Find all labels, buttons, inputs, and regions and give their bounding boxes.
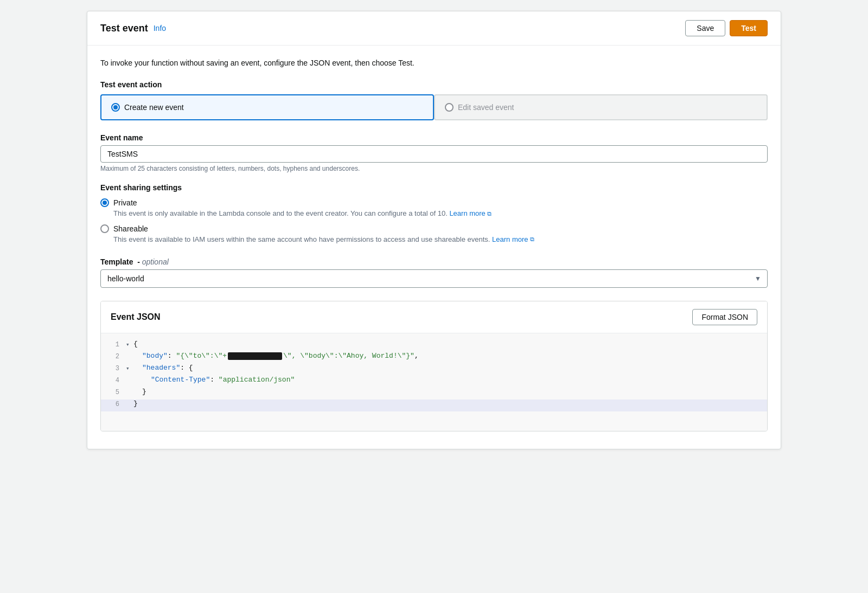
json-header: Event JSON Format JSON — [101, 301, 767, 333]
event-name-hint: Maximum of 25 characters consisting of l… — [100, 165, 768, 172]
shareable-option-label: Shareable — [113, 224, 148, 233]
private-radio[interactable] — [100, 198, 109, 207]
private-option-label: Private — [113, 198, 137, 207]
line-toggle-3[interactable]: ▾ — [126, 364, 133, 372]
shareable-option-desc: This event is available to IAM users wit… — [113, 234, 768, 245]
private-desc-text: This event is only available in the Lamb… — [113, 209, 448, 217]
private-learn-more[interactable]: Learn more ⧉ — [449, 208, 491, 219]
edit-saved-event-option: Edit saved event — [434, 94, 768, 120]
header-buttons: Save Test — [685, 20, 768, 36]
template-select[interactable]: hello-world apigateway-aws-proxy cloudwa… — [100, 269, 768, 288]
json-line-6: 6 } — [101, 399, 767, 411]
create-new-event-option[interactable]: Create new event — [100, 94, 434, 120]
external-link-icon-2: ⧉ — [530, 235, 534, 244]
shareable-learn-more[interactable]: Learn more ⧉ — [492, 234, 534, 245]
format-json-button[interactable]: Format JSON — [692, 309, 757, 325]
edit-radio-dot — [445, 103, 454, 112]
json-line-2: 2 "body": "{\"to\":\"+\", \"body\":\"Aho… — [101, 352, 767, 364]
line-content-2: "body": "{\"to\":\"+\", \"body\":\"Ahoy,… — [133, 352, 767, 360]
line-number-1: 1 — [101, 340, 126, 349]
event-json-section: Event JSON Format JSON 1 ▾ { 2 "b — [100, 301, 768, 431]
line-number-6: 6 — [101, 399, 126, 408]
line-toggle-2 — [126, 352, 133, 353]
shareable-radio[interactable] — [100, 224, 109, 233]
create-new-event-label: Create new event — [124, 103, 184, 112]
json-line-5: 5 } — [101, 388, 767, 399]
external-link-icon: ⧉ — [487, 209, 492, 218]
line-toggle-6 — [126, 399, 133, 401]
test-event-panel: Test event Info Save Test To invoke your… — [87, 11, 781, 449]
event-name-section: Event name Maximum of 25 characters cons… — [100, 133, 768, 172]
info-link[interactable]: Info — [154, 24, 166, 33]
json-line-3: 3 ▾ "headers": { — [101, 364, 767, 376]
template-label-text: Template — [100, 257, 133, 266]
private-option-desc: This event is only available in the Lamb… — [113, 208, 768, 219]
panel-title-area: Test event Info — [100, 23, 166, 34]
json-editor[interactable]: 1 ▾ { 2 "body": "{\"to\":\"+\", \"body\"… — [101, 333, 767, 431]
create-radio-dot — [111, 103, 120, 112]
template-select-wrapper: hello-world apigateway-aws-proxy cloudwa… — [100, 269, 768, 288]
line-number-4: 4 — [101, 376, 126, 384]
shareable-option: Shareable This event is available to IAM… — [100, 224, 768, 245]
shareable-option-header[interactable]: Shareable — [100, 224, 768, 233]
event-sharing-section: Event sharing settings Private This even… — [100, 183, 768, 244]
line-number-2: 2 — [101, 352, 126, 360]
test-event-action-label: Test event action — [100, 80, 768, 89]
line-toggle-1[interactable]: ▾ — [126, 340, 133, 348]
line-content-1: { — [133, 340, 767, 348]
json-line-1: 1 ▾ { — [101, 340, 767, 352]
line-content-6: } — [133, 399, 767, 408]
redacted-value — [228, 352, 282, 360]
event-name-input[interactable] — [100, 145, 768, 163]
line-toggle-5 — [126, 388, 133, 389]
template-section: Template - optional hello-world apigatew… — [100, 257, 768, 288]
test-event-action-section: Test event action Create new event Edit … — [100, 80, 768, 120]
edit-saved-event-label: Edit saved event — [458, 103, 514, 112]
save-button[interactable]: Save — [685, 20, 725, 36]
template-optional-text: optional — [142, 257, 169, 266]
line-content-3: "headers": { — [133, 364, 767, 372]
line-toggle-4 — [126, 376, 133, 377]
shareable-learn-more-label: Learn more — [492, 234, 528, 245]
line-number-5: 5 — [101, 388, 126, 396]
line-content-5: } — [133, 388, 767, 396]
test-button[interactable]: Test — [730, 20, 768, 36]
private-option: Private This event is only available in … — [100, 198, 768, 219]
description-text: To invoke your function without saving a… — [100, 59, 768, 67]
shareable-desc-text: This event is available to IAM users wit… — [113, 235, 490, 243]
private-learn-more-label: Learn more — [449, 208, 485, 219]
event-sharing-label: Event sharing settings — [100, 183, 768, 192]
panel-title: Test event — [100, 23, 148, 34]
line-content-4: "Content-Type": "application/json" — [133, 376, 767, 384]
panel-header: Test event Info Save Test — [87, 11, 781, 46]
json-title: Event JSON — [111, 312, 161, 322]
event-name-label: Event name — [100, 133, 768, 142]
panel-body: To invoke your function without saving a… — [87, 46, 781, 449]
template-label: Template - optional — [100, 257, 768, 266]
json-line-4: 4 "Content-Type": "application/json" — [101, 376, 767, 388]
private-option-header[interactable]: Private — [100, 198, 768, 207]
line-number-3: 3 — [101, 364, 126, 372]
event-action-row: Create new event Edit saved event — [100, 94, 768, 120]
